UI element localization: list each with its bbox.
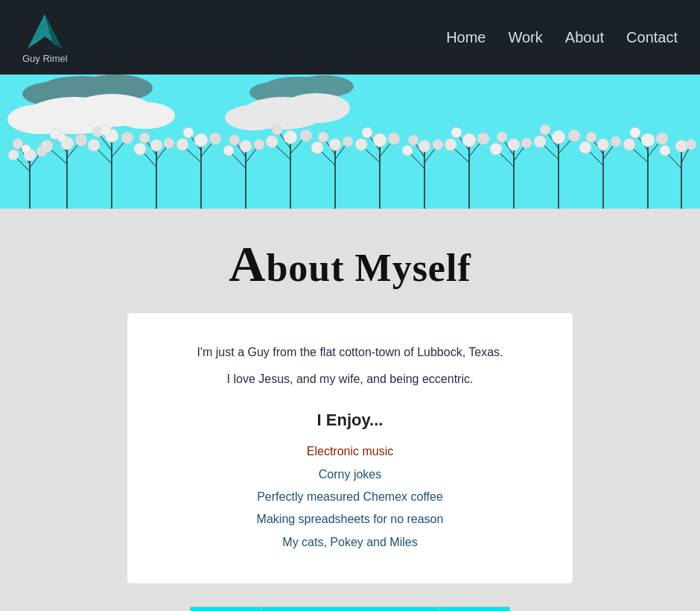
logo-name: Guy Rimel [22,53,68,64]
svg-point-66 [254,139,264,150]
enjoy-list: Electronic music Corny jokes Perfectly m… [165,440,535,554]
svg-point-74 [300,130,312,142]
hero-banner [0,75,700,209]
svg-point-97 [402,145,413,156]
svg-point-40 [88,139,100,151]
svg-point-31 [41,140,53,152]
svg-point-115 [497,132,507,142]
enjoy-item-4: Making spreadsheets for no reason [165,508,535,531]
main-content: About Myself I'm just a Guy from the fla… [0,209,700,611]
svg-point-32 [75,134,87,146]
svg-point-143 [675,140,687,152]
cotton-scene [0,75,700,209]
svg-point-123 [540,124,550,135]
svg-point-41 [121,132,133,144]
svg-point-64 [240,140,252,152]
svg-point-91 [362,127,372,138]
nav-contact[interactable]: Contact [626,29,678,45]
enjoy-item-2: Corny jokes [165,463,535,486]
col-skills-1: Skills [191,607,261,611]
svg-point-48 [150,139,162,151]
svg-point-90 [388,133,400,145]
svg-point-130 [611,136,621,147]
svg-point-13 [115,102,175,129]
skills-table: Skills Years Experience Skills [190,607,510,611]
svg-point-83 [318,132,328,142]
nav-links: Home Work About Contact [446,29,678,46]
svg-point-34 [57,133,66,142]
svg-point-50 [164,138,174,148]
enjoy-item-3: Perfectly measured Chemex coffee [165,486,535,508]
nav-home[interactable]: Home [446,29,486,45]
svg-point-145 [686,139,696,150]
svg-point-12 [7,104,74,134]
svg-point-138 [656,133,668,145]
svg-point-73 [266,136,278,148]
svg-point-43 [101,125,111,136]
svg-point-104 [462,133,476,147]
svg-point-112 [508,139,520,151]
svg-point-120 [552,130,565,144]
svg-point-22 [8,150,19,160]
svg-point-81 [311,142,323,153]
svg-point-105 [445,139,456,151]
svg-point-99 [408,135,419,145]
col-skills-2: Skills [439,607,509,611]
svg-point-114 [521,138,532,148]
svg-point-128 [597,139,609,151]
enjoy-item-1: Electronic music [165,440,535,463]
svg-point-75 [272,124,282,135]
svg-point-121 [534,136,546,148]
skills-table-wrap: Skills Years Experience Skills [190,607,510,611]
svg-point-72 [284,130,297,144]
svg-point-122 [568,130,580,142]
svg-point-129 [579,142,591,153]
svg-point-144 [660,145,670,156]
svg-point-51 [139,133,150,143]
svg-point-107 [451,127,462,138]
svg-point-139 [630,127,640,138]
page-title: About Myself [229,238,471,290]
svg-point-136 [641,133,655,147]
svg-point-113 [490,143,502,155]
logo: Guy Rimel [22,11,68,64]
svg-point-82 [343,136,353,147]
svg-point-25 [22,145,31,153]
svg-point-137 [623,139,635,151]
logo-icon [25,11,65,51]
svg-point-56 [194,133,208,147]
svg-point-15 [283,93,350,123]
nav-about[interactable]: About [565,29,604,45]
svg-point-49 [134,143,146,155]
bio-line1: I'm just a Guy from the flat cotton-town… [165,343,535,362]
svg-point-67 [229,135,240,145]
about-card: I'm just a Guy from the flat cotton-town… [127,312,573,584]
enjoy-heading: I Enjoy... [165,411,535,430]
nav-work[interactable]: Work [508,29,542,45]
bio-line2: I love Jesus, and my wife, and being ecc… [165,370,535,389]
svg-point-131 [586,132,596,142]
svg-point-96 [419,140,430,152]
svg-point-57 [176,139,188,151]
svg-point-24 [13,139,23,149]
svg-point-106 [477,133,489,145]
svg-point-89 [355,139,367,151]
navbar: Guy Rimel Home Work About Contact [0,0,700,75]
svg-point-59 [183,127,194,138]
svg-point-88 [373,133,386,147]
svg-point-65 [223,145,234,156]
enjoy-item-5: My cats, Pokey and Miles [165,531,535,554]
col-years: Years Experience [261,607,439,611]
svg-point-98 [433,139,443,150]
svg-point-80 [329,139,341,151]
svg-point-58 [209,133,221,145]
